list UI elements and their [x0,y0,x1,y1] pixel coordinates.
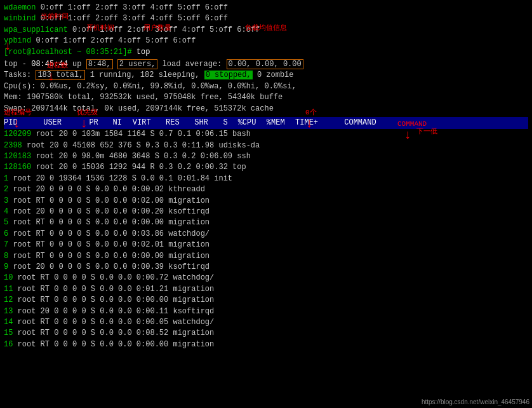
table-row: 1 root 20 0 19364 1536 1228 S 0.0 0.1 0:… [4,173,528,184]
col-cpu: %CPU [238,118,262,128]
pid-cell: 12 [4,296,13,304]
top-line3: Cpu(s): 0.0%us, 0.2%sy, 0.0%ni, 99.8%id,… [4,81,528,92]
col-time: TIME+ [295,118,340,128]
table-row: 2398 root 20 0 45108 652 376 S 0.3 0.3 0… [4,140,528,151]
table-row: 12 root RT 0 0 0 0 S 0.0 0.0 0:00.00 mig… [4,295,528,306]
total-tasks-box: 183 total, [36,70,85,80]
col-pid: PID [4,118,39,128]
annotation-uptime: 开机时间 [86,24,114,34]
service-name: winbind [4,14,36,23]
service-ypbind: ypbind ↓ 0:off 1:off 2:off 4:off 5:off 6… [4,36,528,46]
table-row: 13 root 20 0 0 0 0 S 0.0 0.0 0:00.11 kso… [4,306,528,317]
pid-cell: 2398 [4,141,22,150]
table-row: 11 root RT 0 0 0 0 S 0.0 0.0 0:01.21 mig… [4,284,528,295]
table-row: 4 root 20 0 0 0 0 S 0.0 0.0 0:00.20 ksof… [4,207,528,217]
service-wdaemon: wdaemon 0:off 1:off 2:off 3:off 4:off 5:… [4,3,528,13]
uptime-box: 8:48, [86,59,113,69]
pid-cell: 10 [4,273,13,282]
users-box: 2 users, [117,59,158,69]
table-row: 128160 root 20 0 15036 1292 944 R 0.3 0.… [4,162,528,173]
pid-cell: 16 [4,340,13,349]
service-wpa: wpa_supplicant 开机时间 用户数量 负载均值信息 0:off 1:… [4,25,528,36]
prompt-line: [root@localhost ~ 08:35:21]# top [4,47,528,58]
annotation-next-lower: 下一低 [416,127,437,137]
stopped-box: 0 stopped, [204,71,253,79]
top-line4: Mem: 1907580k total, 932532k used, 97504… [4,92,528,103]
table-row: 10 root RT 0 0 0 0 S 0.0 0.0 0:00.72 wat… [4,273,528,283]
table-row: 9 root 20 0 0 0 0 S 0.0 0.0 0:00.39 ksof… [4,262,528,273]
process-table: 120209 root 20 0 103m 1584 1164 S 0.7 0.… [4,129,528,350]
top-line1: top - 08:45:44 up 8:48, 2 users, load av… [4,59,528,70]
service-name: wpa_supplicant [4,25,68,34]
pid-cell: 11 [4,285,13,294]
table-row: 8 root RT 0 0 0 0 S 0.0 0.0 0:00.00 migr… [4,251,528,262]
table-row: 120183 root 20 0 98.0m 4680 3648 S 0.3 0… [4,151,528,162]
column-header-row: PID USER PR NI VIRT RES SHR S %CPU %MEM … [4,117,528,129]
pid-cell: 15 [4,329,13,337]
table-row: 15 root RT 0 0 0 0 S 0.0 0.0 0:08.52 mig… [4,328,528,339]
annotation-current-time: 当前时间 [41,12,69,22]
arrow-priority: ↓ [80,114,88,133]
table-row: 16 root RT 0 0 0 0 S 0.0 0.0 0:00.00 mig… [4,339,528,350]
col-s: S [223,118,233,128]
arrow-pid: ↓ [13,114,20,133]
table-row: 2 root 20 0 0 0 0 S 0.0 0.0 0:00.02 kthr… [4,184,528,195]
pid-cell: 14 [4,318,13,327]
arrow-ypbind: ↓ [4,37,11,55]
col-pr: PR [89,118,108,128]
watermark: https://blog.csdn.net/weixin_46457946 [422,398,529,405]
prompt-text: [root@localhost ~ 08:35:21]# [4,48,132,57]
arrow-down-right: ↓ [404,126,411,144]
arrow-0-item: ↓ [305,114,313,133]
pid-cell: 128160 [4,163,31,172]
top-line2: Tasks: 183 total, 1 running, 182 sleepin… [4,70,528,81]
col-virt: VIRT [133,118,161,128]
table-row: 3 root RT 0 0 0 0 S 0.0 0.0 0:02.00 migr… [4,196,528,207]
col-mem: %MEM [267,118,291,128]
load-box: 0.00, 0.00, 0.00 [227,59,303,69]
table-row: 6 root RT 0 0 0 0 S 0.0 0.0 0:03.86 watc… [4,229,528,240]
annotation-load-info: 负载均值信息 [245,24,287,34]
col-user: USER [43,118,84,128]
table-row: 14 root RT 0 0 0 0 S 0.0 0.0 0:00.05 wat… [4,317,528,328]
table-row: 7 root RT 0 0 0 0 S 0.0 0.0 0:02.01 migr… [4,240,528,250]
service-name: wdaemon [4,3,36,12]
terminal-output: wdaemon 0:off 1:off 2:off 3:off 4:off 5:… [0,0,532,353]
col-shr: SHR [194,118,218,128]
col-ni: NI [113,118,128,128]
table-row: 5 root RT 0 0 0 0 S 0.0 0.0 0:00.00 migr… [4,217,528,228]
pid-cell: 120183 [4,152,31,161]
annotation-user-count: 用户数量 [143,24,171,34]
arrow-process: ↓ [47,67,55,86]
col-res: RES [166,118,190,128]
pid-cell: 13 [4,307,13,316]
